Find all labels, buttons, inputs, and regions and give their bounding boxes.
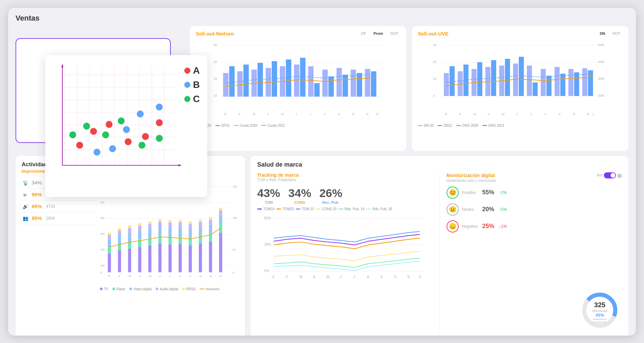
svg-text:M: M (502, 113, 505, 116)
sell-out-nielsen-card: Sell-out-Nielsen DP Prom ROT 60 40 20 10 (190, 26, 406, 151)
uve-tab-dn[interactable]: DN (598, 31, 607, 36)
svg-text:S: S (559, 113, 561, 116)
svg-rect-202 (62, 65, 175, 165)
svg-rect-112 (118, 235, 121, 243)
label-a: A (193, 65, 200, 76)
dot-c (184, 96, 190, 102)
svg-rect-29 (371, 71, 376, 97)
svg-rect-10 (237, 71, 243, 97)
svg-text:400k: 400k (598, 60, 605, 64)
nielsen-tabs: DP Prom ROT (359, 31, 400, 36)
scatter-legend-a: A (184, 65, 200, 76)
positivo-icon: 😊 (447, 187, 459, 199)
svg-rect-21 (314, 83, 320, 97)
svg-text:A: A (313, 275, 315, 278)
kpi-tom-value: 43% (257, 187, 280, 200)
svg-text:M: M (326, 275, 329, 278)
svg-rect-137 (168, 227, 171, 236)
svg-rect-124 (138, 223, 141, 225)
uve-legend: DN 20 DN21 DNO 2020 DNO 2021 (418, 124, 622, 127)
svg-rect-20 (308, 66, 314, 97)
video-icon: ▶ (22, 191, 29, 198)
svg-rect-8 (223, 73, 229, 97)
legend-dno2020: DNO 2020 (456, 124, 478, 127)
svg-rect-132 (158, 226, 161, 235)
svg-text:L: L (593, 113, 594, 116)
svg-text:20: 20 (214, 77, 217, 80)
legend-tom20: TOM20 (276, 207, 294, 211)
svg-point-222 (138, 142, 145, 149)
monitoring-toggle[interactable] (604, 172, 616, 178)
svg-text:A: A (179, 274, 181, 277)
uve-title: Sell-out-UVE (418, 31, 449, 36)
legend-video-digital: Video digital (129, 287, 152, 291)
svg-text:60: 60 (214, 43, 217, 47)
svg-rect-105 (108, 253, 111, 272)
legend-inversion: Inversión (200, 287, 220, 291)
svg-rect-18 (294, 65, 299, 97)
svg-rect-122 (138, 230, 141, 239)
nielsen-tab-dp[interactable]: DP (359, 31, 368, 36)
svg-text:A: A (367, 275, 369, 278)
chart-icon[interactable]: ▦ (617, 173, 622, 178)
svg-rect-109 (108, 232, 111, 235)
svg-text:A: A (488, 113, 490, 116)
label-c: C (193, 94, 200, 104)
dot-b (184, 82, 190, 88)
svg-rect-26 (351, 70, 356, 97)
svg-text:O: O (573, 113, 575, 116)
positivo-change: ↑2% (499, 190, 507, 195)
nielsen-tab-rot[interactable]: ROT (388, 31, 400, 36)
svg-rect-144 (179, 220, 182, 222)
svg-rect-108 (108, 235, 111, 239)
svg-text:5M: 5M (101, 200, 105, 204)
svg-text:M: M (149, 274, 151, 277)
legend-rdopub19: Rdo. Pub. 19 (339, 207, 364, 211)
tracking-subtitle: TOM y Rdo. Publicitario (257, 178, 433, 182)
svg-rect-147 (189, 228, 192, 237)
svg-point-213 (93, 148, 101, 155)
nielsen-chart-body: 60 40 20 10 (196, 39, 400, 127)
scatter-legend-c: C (184, 94, 200, 104)
tracking-chart: 60% 20% 0% (257, 215, 433, 284)
svg-rect-54 (444, 73, 449, 96)
svg-text:0%: 0% (264, 269, 269, 272)
svg-rect-19 (300, 58, 305, 97)
svg-point-216 (137, 111, 144, 118)
media-item-social: 👥 85% 2894 (22, 213, 96, 224)
nielsen-tab-prom[interactable]: Prom (372, 31, 385, 36)
svg-rect-145 (189, 245, 192, 272)
uve-tab-rot[interactable]: ROT (611, 31, 622, 36)
scatter-svg (52, 62, 187, 183)
svg-text:J: J (353, 275, 355, 278)
legend-cuota2021: Cuota 2021 (261, 124, 285, 127)
svg-rect-140 (179, 244, 182, 272)
svg-rect-25 (343, 75, 348, 97)
svg-rect-128 (148, 224, 151, 228)
sentiment-negativo: 😞 Negativo 25% ↓1% (447, 220, 622, 232)
svg-point-207 (76, 142, 83, 149)
svg-rect-148 (189, 224, 192, 228)
svg-rect-154 (199, 219, 202, 222)
svg-text:O: O (199, 274, 202, 277)
svg-text:N: N (407, 275, 410, 278)
svg-marker-206 (61, 64, 63, 67)
svg-rect-142 (179, 227, 182, 236)
svg-text:M: M (299, 275, 302, 278)
scatter-legend: A B C (184, 65, 200, 104)
legend-dno2021: DNO 2021 (482, 124, 504, 127)
broadcast-pct: 34% (32, 180, 42, 186)
svg-text:S: S (189, 274, 191, 277)
legend-rdopub20: Rdo. Pub. 20 (366, 207, 392, 211)
legend-cons20: CONS 20 (316, 207, 337, 211)
sell-out-uve-card: Sell-out-UVE DN ROT 40 30 20 0 500k 400k… (412, 26, 628, 151)
svg-rect-107 (108, 239, 111, 247)
audio-pct: 85% (32, 203, 42, 209)
svg-text:J: J (169, 274, 170, 277)
svg-text:10: 10 (214, 94, 217, 97)
legend-tv: TV (100, 287, 108, 291)
svg-text:500k: 500k (598, 43, 605, 47)
svg-text:J: J (340, 275, 342, 278)
svg-text:N: N (366, 113, 369, 116)
svg-rect-149 (189, 221, 192, 223)
